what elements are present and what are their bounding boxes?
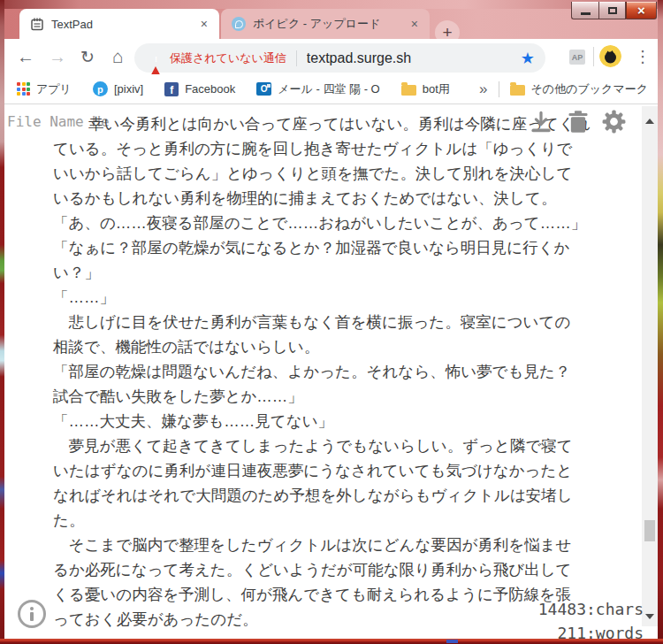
text-editor[interactable]: 幸い今勇利とは向かい合って座ってはいない。勇利は今隣に座ってくれ ている。そっと…: [53, 111, 591, 632]
home-button[interactable]: ⌂: [104, 39, 131, 74]
bookmark-facebook[interactable]: f Facebook: [164, 82, 235, 96]
tab-close-button[interactable]: ×: [198, 17, 210, 31]
bookmark-folder-bot[interactable]: bot用: [401, 81, 450, 97]
pixiv-icon: p: [93, 81, 108, 96]
poipiku-favicon: [232, 17, 246, 31]
delete-button[interactable]: [567, 110, 590, 138]
text-line: そこまで脳内で整理をしたヴィクトルは次にどんな要因が勇利を悩ませ: [53, 533, 591, 557]
tab-title: TextPad: [51, 18, 198, 31]
bookmark-star-icon[interactable]: ★: [521, 49, 535, 68]
close-icon: ×: [637, 4, 645, 17]
bookmark-apps[interactable]: アプリ: [17, 81, 72, 97]
text-line: るか必死になって考えた。くどいようだが可能な限り勇利から飛び出して: [53, 557, 591, 582]
minimize-button[interactable]: [571, 2, 598, 19]
tab-strip: TextPad × ポイピク - アップロード × +: [0, 9, 663, 39]
avatar-image: [599, 45, 621, 67]
security-warning-icon[interactable]: !: [149, 51, 164, 65]
text-line: 夢見が悪くて起きてきてしまったようでもないらしい。ずっと隣で寝て: [53, 433, 591, 458]
text-line: っておく必要があったのだ。: [53, 607, 591, 632]
page-content: 幸い今勇利とは向かい合って座ってはいない。勇利は今隣に座ってくれ ている。そっと…: [0, 104, 663, 639]
text-line: 「あ、の……夜寝る部屋のことで……おねがいしたいことが、あって……」: [53, 211, 591, 235]
facebook-icon: f: [164, 82, 179, 96]
apps-grid-icon: [17, 82, 30, 96]
text-line: 相談で、機能性の話ではないらしい。: [53, 334, 591, 359]
text-line: 「なぁに？部屋の乾燥が気になるとか？加湿器で良いなら明日見に行くか: [53, 235, 591, 260]
window-frame-left: [0, 0, 4, 644]
download-button[interactable]: [528, 109, 554, 139]
browser-window: × TextPad × ポイピク - アップロード × + ← → ↻ ⌂: [0, 0, 663, 644]
other-bookmarks-label: その他のブックマーク: [531, 81, 648, 97]
bookmark-label: bot用: [423, 81, 450, 97]
bookmark-label: Facebook: [185, 82, 235, 96]
bookmark-label: メール - 四堂 陽 - O: [278, 81, 379, 97]
text-line: 悲しげに目を伏せた勇利が言葉もなく首を横に振った。寝室についての: [53, 310, 591, 334]
minimize-icon: [581, 12, 591, 15]
trash-icon: [567, 110, 590, 134]
text-line: いたはずなのに勇利が連日連夜悪夢にうなされていても気づけなかったと: [53, 458, 591, 483]
omnibox-separator: [296, 50, 297, 66]
window-controls: ×: [571, 2, 657, 19]
text-line: いるかもしれない勇利を物理的に捕まえておくためではない、決して。: [53, 186, 591, 211]
info-button[interactable]: [18, 600, 46, 628]
tab-close-button[interactable]: ×: [408, 17, 421, 31]
profile-avatar[interactable]: [599, 45, 621, 67]
text-line: 試合で酷い失敗をした夢とか……」: [53, 384, 591, 409]
text-line: た。: [53, 508, 591, 533]
tab-title: ポイピク - アップロード: [253, 16, 408, 32]
forward-button: →: [44, 39, 71, 74]
text-line: 「部屋の乾燥は問題ないんだね、よかった。それなら、怖い夢でも見た？: [53, 359, 591, 384]
text-line: い？」: [53, 260, 591, 285]
bookmarks-overflow-button[interactable]: »: [479, 80, 487, 98]
info-icon: [30, 607, 34, 610]
tab-poipiku[interactable]: ポイピク - アップロード ×: [221, 9, 430, 39]
text-line: なればそれはそれで大問題のため予想を外しながらもヴィクトルは安堵し: [53, 483, 591, 508]
close-window-button[interactable]: ×: [626, 2, 657, 19]
gear-icon: [600, 108, 628, 135]
toolbar-separator: [593, 47, 594, 66]
text-line: いいから話してごらん」とゆっくりと頭を撫でた。決して別れを決心して: [53, 161, 591, 186]
settings-button[interactable]: [600, 108, 628, 139]
text-line: ている。そっと勇利の方に腕を回し抱き寄せたヴィクトルは「ゆっくりで: [53, 136, 591, 161]
back-button[interactable]: ←: [12, 39, 39, 74]
scroll-down-arrow-icon[interactable]: [645, 614, 654, 619]
window-frame-right: [658, 0, 663, 644]
window-frame-bottom: [0, 639, 663, 644]
maximize-button[interactable]: [598, 2, 626, 19]
bookmark-label: アプリ: [36, 81, 72, 97]
download-icon: [528, 109, 554, 135]
bookmark-pixiv[interactable]: p [pixiv]: [93, 81, 143, 96]
text-line: 「……」: [53, 285, 591, 310]
bookmark-label: [pixiv]: [114, 82, 143, 96]
chrome-menu-button[interactable]: ⋮: [630, 39, 655, 74]
url-text[interactable]: textpad.surge.sh: [307, 50, 514, 66]
scroll-up-arrow-icon[interactable]: [645, 119, 654, 124]
reload-button[interactable]: ↻: [74, 39, 101, 74]
scrollbar-thumb[interactable]: [644, 520, 655, 541]
text-line: 幸い今勇利とは向かい合って座ってはいない。勇利は今隣に座ってくれ: [88, 111, 591, 136]
other-bookmarks-button[interactable]: その他のブックマーク: [510, 81, 648, 97]
maximize-icon: [608, 7, 617, 14]
text-line: くる憂いの内容を予測し、何が飛んできても耐えられるように予防線を張: [53, 582, 591, 607]
bookmarks-bar: アプリ p [pixiv] f Facebook O メール - 四堂 陽 - …: [4, 74, 659, 104]
security-warning-text[interactable]: 保護されていない通信: [170, 50, 286, 66]
scrollbar[interactable]: [642, 106, 658, 626]
folder-icon: [401, 85, 416, 96]
tab-textpad[interactable]: TextPad ×: [19, 9, 219, 39]
outlook-icon: O: [256, 82, 271, 96]
notepad-favicon: [30, 17, 44, 31]
browser-toolbar: ← → ↻ ⌂ ! 保護されていない通信 textpad.surge.sh ★ …: [0, 39, 663, 74]
folder-icon: [510, 85, 525, 96]
address-bar[interactable]: ! 保護されていない通信 textpad.surge.sh ★: [134, 43, 545, 73]
char-count: 14483:chars: [538, 600, 644, 618]
text-line: 「……大丈夫、嫌な夢も……見てない」: [53, 409, 591, 433]
window-frame-top: [0, 0, 663, 9]
extension-icon[interactable]: AP: [569, 50, 585, 65]
frame-artifact: [446, 640, 458, 643]
bookmarks-separator: [499, 81, 499, 97]
bookmark-mail[interactable]: O メール - 四堂 陽 - O: [256, 81, 379, 97]
